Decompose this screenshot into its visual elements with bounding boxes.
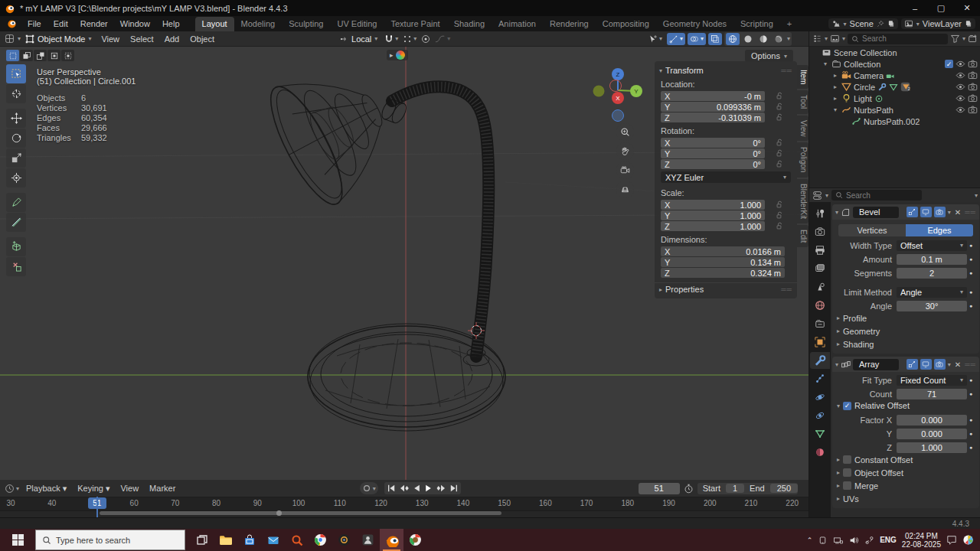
bevel-affect-edges[interactable]: Edges xyxy=(906,224,973,236)
properties-subpanel[interactable]: ▸ Properties ══ xyxy=(655,282,797,295)
subpanel-uvs[interactable]: ▸UVs xyxy=(832,492,979,505)
render-toggle[interactable] xyxy=(934,359,946,370)
transform-field-y[interactable]: Y0.134 m xyxy=(661,257,785,267)
drag-handle-icon[interactable]: ══ xyxy=(781,285,792,293)
auto-keying-toggle[interactable]: ▾ xyxy=(360,482,378,494)
taskbar-app-search-app[interactable] xyxy=(285,529,309,551)
zoom-button[interactable] xyxy=(616,123,634,141)
start-button[interactable] xyxy=(0,529,35,551)
widgets-icon[interactable] xyxy=(962,534,974,546)
modifier-field-factor-x[interactable]: 0.000 xyxy=(897,415,967,425)
close-modifier-icon[interactable]: ✕ xyxy=(955,360,961,369)
select-set-button[interactable] xyxy=(6,50,19,61)
render-visibility-icon[interactable] xyxy=(968,82,978,92)
blenderkit-assetbar-toggle[interactable]: ▸ xyxy=(387,50,408,60)
clock[interactable]: 02:24 PM 22-08-2025 xyxy=(902,532,941,549)
viewlayer-selector[interactable]: ▾ ViewLayer xyxy=(901,18,975,29)
keyframe-dot-icon[interactable]: ● xyxy=(967,289,975,295)
taskbar-app-browser-app[interactable] xyxy=(403,529,427,551)
workspace-tab-+[interactable]: + xyxy=(780,17,799,31)
select-extend-button[interactable] xyxy=(20,50,33,61)
sidebar-tab-edit[interactable]: Edit xyxy=(797,225,808,247)
transform-field-z[interactable]: Z1.000 xyxy=(661,221,765,231)
modifier-name[interactable]: Bevel xyxy=(853,207,899,218)
tray-connector-icon[interactable] xyxy=(864,536,874,545)
relative-offset-subpanel[interactable]: ▾ ✓ Relative Offset xyxy=(832,399,979,412)
timeline-editor-icon[interactable] xyxy=(5,484,15,494)
render-visibility-icon[interactable] xyxy=(968,59,978,69)
jump-to-start-button[interactable] xyxy=(387,484,396,492)
shading-material-button[interactable] xyxy=(756,33,770,45)
keyframe-dot-icon[interactable]: ● xyxy=(967,243,975,248)
select-invert-button[interactable] xyxy=(47,50,60,61)
viewport-menu-view[interactable]: View xyxy=(96,34,125,44)
modifier-field-angle[interactable]: 30° xyxy=(897,301,967,311)
menu-window[interactable]: Window xyxy=(114,19,156,28)
menu-help[interactable]: Help xyxy=(156,19,186,28)
keyframe-dot-icon[interactable]: ● xyxy=(967,417,975,422)
current-frame-field[interactable]: 51 xyxy=(639,483,680,494)
tray-volume-icon[interactable] xyxy=(849,536,859,545)
shading-solid-button[interactable] xyxy=(741,33,755,45)
expander-icon[interactable]: ▾ xyxy=(824,60,831,67)
sidebar-tab-item[interactable]: Item xyxy=(797,65,808,89)
edit-mode-toggle[interactable] xyxy=(906,207,918,217)
visibility-eye-icon[interactable] xyxy=(956,59,965,69)
tool-measure-button[interactable] xyxy=(6,213,26,232)
modifier-field-count[interactable]: 71 xyxy=(897,389,967,399)
xray-toggle[interactable] xyxy=(708,33,722,45)
workspace-tab-geometry-nodes[interactable]: Geometry Nodes xyxy=(656,17,733,31)
keyframe-dot-icon[interactable]: ● xyxy=(967,256,975,262)
transform-field-y[interactable]: Y0.099336 m xyxy=(661,102,765,112)
blender-menu-logo[interactable] xyxy=(0,19,21,28)
viewport-menu-select[interactable]: Select xyxy=(125,34,159,44)
lock-open-icon[interactable] xyxy=(776,139,784,147)
taskbar-search-input[interactable]: Type here to search xyxy=(35,530,185,550)
properties-tab-material[interactable] xyxy=(810,444,830,461)
realtime-display-toggle[interactable] xyxy=(920,207,932,217)
visibility-eye-icon[interactable] xyxy=(956,93,965,103)
workspace-tab-rendering[interactable]: Rendering xyxy=(543,17,596,31)
end-frame-field[interactable]: 250 xyxy=(770,484,798,493)
properties-tab-object[interactable] xyxy=(810,334,830,350)
properties-tab-data[interactable] xyxy=(810,425,830,442)
properties-tab-tool[interactable] xyxy=(810,205,830,222)
timeline-menu-view[interactable]: View xyxy=(115,484,144,493)
lock-open-icon[interactable] xyxy=(776,103,784,111)
workspace-tab-uv-editing[interactable]: UV Editing xyxy=(330,17,384,31)
properties-tab-modifiers[interactable] xyxy=(810,352,830,369)
viewport-menu-object[interactable]: Object xyxy=(185,34,220,44)
scene-selector[interactable]: ▾ Scene xyxy=(828,18,898,29)
workspace-tab-animation[interactable]: Animation xyxy=(492,17,543,31)
playhead-line[interactable] xyxy=(96,497,98,517)
play-reverse-button[interactable] xyxy=(413,484,421,492)
drag-handle-icon[interactable]: ══ xyxy=(965,208,976,216)
transform-field-x[interactable]: X0.0166 m xyxy=(661,246,785,256)
properties-tab-render[interactable] xyxy=(810,223,830,240)
lock-open-icon[interactable] xyxy=(776,160,784,168)
tool-cursor-button[interactable] xyxy=(6,84,26,103)
taskbar-app-mail[interactable] xyxy=(261,529,285,551)
taskbar-app-media-app[interactable] xyxy=(332,529,356,551)
tool-edit-tool-button[interactable] xyxy=(6,257,26,276)
viewport-3d[interactable]: ▾ Object Mode ▾ ViewSelectAddObject Loca… xyxy=(0,31,808,481)
lock-open-icon[interactable] xyxy=(776,211,784,220)
properties-editor-icon[interactable] xyxy=(812,191,822,201)
tool-rotate-button[interactable] xyxy=(6,129,26,148)
lock-open-icon[interactable] xyxy=(776,113,784,122)
lock-open-icon[interactable] xyxy=(776,92,784,100)
properties-tab-collection[interactable] xyxy=(810,315,830,332)
keyframe-dot-icon[interactable]: ● xyxy=(967,391,975,396)
modifier-field-z[interactable]: 1.000 xyxy=(897,442,967,453)
workspace-tab-modeling[interactable]: Modeling xyxy=(234,17,283,31)
toggle-ortho-button[interactable] xyxy=(616,181,634,198)
lock-open-icon[interactable] xyxy=(776,222,784,230)
properties-tab-particles[interactable] xyxy=(810,370,830,387)
lock-open-icon[interactable] xyxy=(776,201,784,209)
modifier-field-y[interactable]: 0.000 xyxy=(897,429,967,439)
properties-tab-scene[interactable] xyxy=(810,279,830,295)
tray-chevron-icon[interactable]: ⌃ xyxy=(807,536,813,544)
taskbar-app-chrome[interactable] xyxy=(309,529,332,551)
outliner-filter-mode-icon[interactable] xyxy=(830,34,840,44)
visibility-eye-icon[interactable] xyxy=(956,70,965,80)
